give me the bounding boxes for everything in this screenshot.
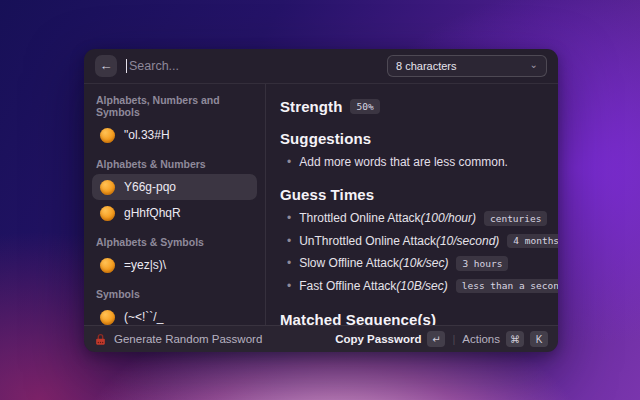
section-header: Alphabets, Numbers and Symbols bbox=[96, 94, 253, 118]
suggestion-text: Add more words that are less common. bbox=[299, 155, 508, 169]
bullet-dot: • bbox=[287, 212, 291, 224]
section-header: Alphabets & Numbers bbox=[96, 158, 253, 170]
guess-time-row: • UnThrottled Online Attack(10/second) 4… bbox=[287, 234, 544, 249]
window-body: Alphabets, Numbers and Symbols "ol.33#H … bbox=[84, 84, 558, 325]
password-list-item[interactable]: gHhfQhqR bbox=[92, 200, 257, 226]
enter-key-icon: ↵ bbox=[427, 331, 445, 347]
bullet-dot: • bbox=[287, 235, 291, 247]
password-list-item[interactable]: (~<!``/_ bbox=[92, 304, 257, 325]
strength-badge: 50% bbox=[350, 99, 379, 114]
password-list-item[interactable]: =yez|s)\ bbox=[92, 252, 257, 278]
extension-lock-icon bbox=[94, 333, 107, 346]
guess-time-badge: less than a second bbox=[456, 279, 558, 294]
search-input[interactable]: Search... bbox=[126, 49, 378, 83]
section-header: Alphabets & Symbols bbox=[96, 236, 253, 248]
footer-divider: | bbox=[452, 333, 455, 345]
action-bar: Generate Random Password Copy Password ↵… bbox=[84, 325, 558, 352]
section-header: Symbols bbox=[96, 288, 253, 300]
command-key-icon: ⌘ bbox=[506, 331, 524, 347]
password-list-item[interactable]: "ol.33#H bbox=[92, 122, 257, 148]
bullet-dot: • bbox=[287, 156, 291, 168]
guess-time-row: • Slow Offline Attack(10k/sec) 3 hours bbox=[287, 256, 544, 271]
password-list-item-selected[interactable]: Y66g-pqo bbox=[92, 174, 257, 200]
search-placeholder: Search... bbox=[129, 59, 179, 73]
password-list-sidebar: Alphabets, Numbers and Symbols "ol.33#H … bbox=[84, 84, 266, 325]
password-emoji-icon bbox=[100, 206, 115, 221]
matched-sequences-heading: Matched Sequence(s) bbox=[280, 311, 544, 325]
guess-time-row: • Throttled Online Attack(100/hour) cent… bbox=[287, 211, 544, 226]
password-emoji-icon bbox=[100, 180, 115, 195]
suggestions-heading: Suggestions bbox=[280, 130, 544, 147]
guess-time-badge: centuries bbox=[484, 211, 547, 226]
guess-time-row: • Fast Offline Attack(10B/sec) less than… bbox=[287, 279, 544, 294]
dropdown-value: 8 characters bbox=[396, 60, 524, 72]
command-title: Generate Random Password bbox=[114, 333, 262, 345]
password-emoji-icon bbox=[100, 258, 115, 273]
password-generator-window: ← Search... 8 characters ⌄ Alphabets, Nu… bbox=[84, 49, 558, 352]
chevron-down-icon: ⌄ bbox=[530, 60, 538, 70]
character-count-dropdown[interactable]: 8 characters ⌄ bbox=[387, 55, 547, 77]
actions-button[interactable]: Actions ⌘ K bbox=[462, 331, 548, 347]
password-detail-panel: Strength 50% Suggestions • Add more word… bbox=[266, 84, 558, 325]
bullet-dot: • bbox=[287, 257, 291, 269]
back-button[interactable]: ← bbox=[95, 55, 117, 77]
k-key-icon: K bbox=[530, 331, 548, 347]
text-caret bbox=[126, 59, 127, 73]
guess-time-badge: 3 hours bbox=[456, 256, 508, 271]
window-header: ← Search... 8 characters ⌄ bbox=[84, 49, 558, 84]
desktop-background: ← Search... 8 characters ⌄ Alphabets, Nu… bbox=[0, 0, 640, 400]
copy-password-button[interactable]: Copy Password ↵ bbox=[335, 331, 445, 347]
strength-heading: Strength bbox=[280, 98, 342, 115]
password-emoji-icon bbox=[100, 128, 115, 143]
back-arrow-icon: ← bbox=[100, 55, 113, 77]
bullet-dot: • bbox=[287, 280, 291, 292]
password-emoji-icon bbox=[100, 310, 115, 325]
guess-time-badge: 4 months bbox=[507, 234, 558, 249]
guess-times-heading: Guess Times bbox=[280, 186, 544, 203]
